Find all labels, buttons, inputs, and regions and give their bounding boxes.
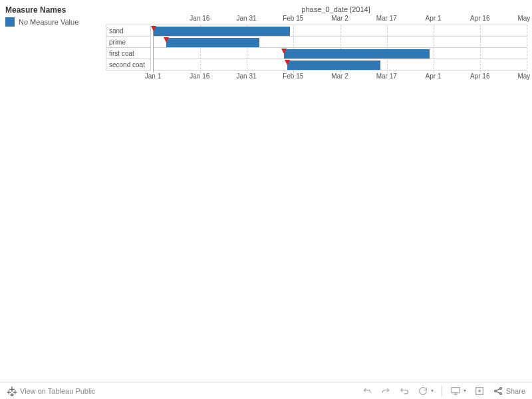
- undo-button[interactable]: [362, 386, 372, 396]
- axis-tick: Jan 1: [145, 72, 161, 80]
- refresh-button[interactable]: ▾: [418, 386, 434, 396]
- legend-item-label: No Measure Value: [19, 18, 78, 26]
- marker-icon: [281, 49, 287, 54]
- svg-point-2: [494, 390, 496, 392]
- axis-tick: Apr 16: [470, 15, 489, 22]
- marker-icon: [151, 26, 156, 31]
- chart-title: phase_0_date [2014]: [145, 5, 527, 13]
- legend-panel: Measure Names No Measure Value: [5, 5, 105, 83]
- presentation-icon: [450, 386, 461, 396]
- axis-tick: Apr 1: [426, 15, 442, 22]
- marker-icon: [164, 37, 169, 43]
- gantt-row[interactable]: prime: [154, 36, 527, 48]
- redo-icon: [380, 386, 391, 396]
- axis-tick: Feb 15: [283, 72, 303, 80]
- axis-tick: Feb 15: [283, 15, 303, 22]
- axis-tick: Apr 1: [426, 72, 442, 80]
- axis-tick: Jan 16: [190, 72, 209, 80]
- axis-tick: May 1: [517, 15, 532, 22]
- row-label: second coat: [106, 59, 151, 70]
- revert-icon: [399, 386, 410, 396]
- divider: [442, 386, 442, 396]
- toolbar: View on Tableau Public ▾ ▾ Share: [0, 382, 532, 399]
- legend-title: Measure Names: [5, 5, 98, 15]
- gantt-bar[interactable]: [284, 49, 430, 59]
- gantt-row[interactable]: sand: [154, 25, 527, 37]
- svg-rect-0: [452, 387, 460, 392]
- share-icon: [493, 386, 503, 396]
- axis-tick: Mar 17: [376, 15, 397, 22]
- svg-point-4: [499, 392, 501, 394]
- undo-icon: [362, 386, 372, 396]
- axis-tick: Mar 2: [331, 72, 348, 80]
- row-label: first coat: [106, 47, 151, 59]
- x-axis-bottom: Jan 1 Jan 16 Jan 31 Feb 15 Mar 2 Mar 17 …: [153, 72, 527, 83]
- marker-icon: [285, 60, 290, 65]
- axis-tick: May 1: [517, 72, 532, 80]
- axis-tick: Mar 2: [331, 15, 348, 22]
- gantt-row[interactable]: second coat: [154, 59, 527, 70]
- x-axis-top: Jan 16 Jan 31 Feb 15 Mar 2 Mar 17 Apr 1 …: [153, 15, 527, 25]
- axis-tick: Jan 16: [190, 15, 209, 22]
- tableau-logo-icon: [7, 386, 17, 396]
- axis-tick: Jan 31: [236, 72, 256, 80]
- legend-item[interactable]: No Measure Value: [5, 17, 98, 27]
- chart-area: phase_0_date [2014] Jan 16 Jan 31 Feb 15…: [105, 5, 527, 83]
- legend-swatch: [5, 17, 15, 27]
- gantt-row[interactable]: first coat: [154, 47, 527, 59]
- gantt-bar[interactable]: [154, 27, 290, 36]
- gantt-bar[interactable]: [287, 61, 380, 70]
- axis-tick: Jan 31: [236, 15, 256, 22]
- redo-button[interactable]: [380, 386, 391, 396]
- row-label: sand: [106, 25, 151, 37]
- gridline: [527, 25, 527, 72]
- presentation-button[interactable]: ▾: [450, 386, 466, 396]
- refresh-icon: [418, 386, 428, 396]
- row-label: prime: [106, 36, 151, 48]
- revert-button[interactable]: [399, 386, 410, 396]
- axis-tick: Mar 17: [376, 72, 397, 80]
- share-button[interactable]: Share: [493, 386, 525, 396]
- gantt-bar[interactable]: [166, 38, 259, 47]
- download-icon: [474, 386, 485, 396]
- share-label: Share: [506, 387, 525, 395]
- gantt-plot[interactable]: sand prime first coat second coat: [153, 25, 527, 72]
- svg-point-3: [499, 387, 501, 389]
- view-on-tableau-button[interactable]: View on Tableau Public: [7, 386, 95, 396]
- view-label: View on Tableau Public: [20, 387, 95, 395]
- download-button[interactable]: [474, 386, 485, 396]
- axis-tick: Apr 16: [470, 72, 489, 80]
